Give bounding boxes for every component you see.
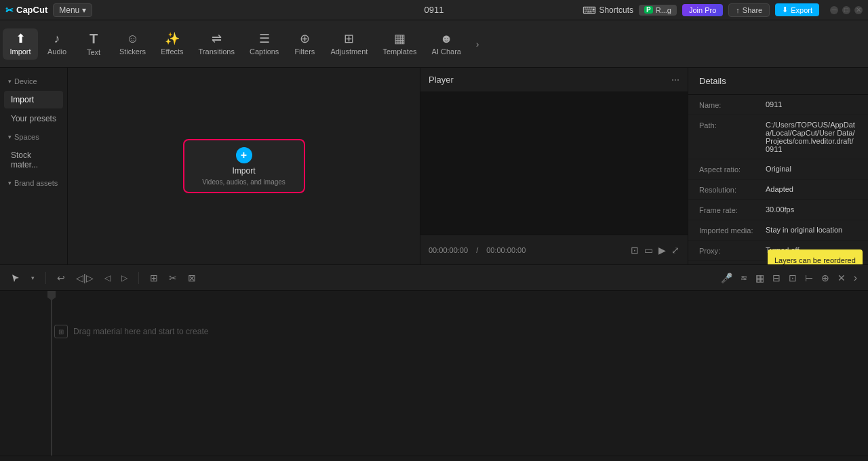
player-fullscreen-button[interactable]: ⊡ — [631, 245, 639, 256]
toolbar-item-adjustment[interactable]: ⊞ Adjustment — [323, 28, 374, 60]
shortcuts-label: Shortcuts — [599, 5, 633, 15]
tl-scissors-button[interactable]: ✂ — [166, 270, 180, 286]
toolbar-item-ai-chara[interactable]: ☻ AI Chara — [425, 28, 468, 60]
sidebar-item-stock[interactable]: Stock mater... — [4, 146, 63, 174]
menu-button[interactable]: Menu ▾ — [53, 3, 92, 17]
details-row-imported: Imported media: Stay in original locatio… — [688, 220, 868, 241]
tl-close-button[interactable]: ✕ — [835, 270, 848, 286]
toolbar-item-effects[interactable]: ✨ Effects — [154, 28, 190, 60]
sidebar-group-spaces[interactable]: ▾ Spaces — [4, 129, 63, 145]
timeline-content: ⊞ Drag material here and start to create — [0, 291, 868, 456]
sidebar-stock-label: Stock mater... — [11, 151, 56, 169]
share-label: Share — [743, 6, 762, 14]
templates-label: Templates — [382, 47, 416, 56]
close-button[interactable]: ✕ — [854, 6, 863, 14]
toolbar: ⬆ Import ♪ Audio T Text ☺ Stickers ✨ Eff… — [0, 20, 868, 68]
audio-icon: ♪ — [54, 33, 60, 45]
toolbar-more-button[interactable]: › — [469, 36, 486, 52]
keyboard-icon: ⌨ — [583, 5, 596, 16]
main-content: ▾ Device Import Your presets ▾ Spaces St… — [0, 68, 868, 264]
tl-cursor-dropdown[interactable]: ▾ — [28, 272, 37, 284]
tl-playhead — [51, 291, 52, 456]
player-play-button[interactable]: ▶ — [658, 245, 666, 256]
timeline-toolbar: ▾ ↩ ◁|▷ ◁ ▷ ⊞ ✂ ⊠ 🎤 ≋ ▦ ⊟ ⊡ ⊢ ⊕ ✕ › — [0, 265, 868, 291]
details-panel: Details Name: 0911 Path: C:/Users/TOPGUS… — [688, 68, 868, 264]
tl-link-button[interactable]: ⊟ — [770, 270, 783, 286]
ai-chara-label: AI Chara — [432, 47, 461, 56]
stickers-label: Stickers — [119, 47, 146, 56]
tl-undo-button[interactable]: ↩ — [54, 270, 68, 286]
toolbar-item-transitions[interactable]: ⇌ Transitions — [192, 28, 241, 60]
tl-grid-button[interactable]: ⊞ — [147, 270, 161, 286]
sidebar-item-presets[interactable]: Your presets — [4, 110, 63, 127]
details-key-name: Name: — [699, 100, 760, 109]
details-key-aspect: Aspect ratio: — [699, 165, 760, 174]
tl-sep-1 — [45, 272, 46, 284]
tl-split-button[interactable]: ◁|▷ — [73, 270, 96, 286]
sidebar-group-brand[interactable]: ▾ Brand assets — [4, 175, 63, 191]
details-key-path: Path: — [699, 121, 760, 129]
tl-pip-button[interactable]: ⊕ — [818, 270, 832, 286]
filters-icon: ⊕ — [300, 33, 310, 45]
toolbar-item-import[interactable]: ⬆ Import — [3, 28, 38, 60]
tl-delete-button[interactable]: ⊠ — [185, 270, 199, 286]
toolbar-item-stickers[interactable]: ☺ Stickers — [113, 28, 153, 60]
export-button[interactable]: ⬇ Export — [775, 3, 819, 16]
import-box-sublabel: Videos, audios, and images — [202, 178, 285, 186]
tl-sep-2 — [138, 272, 139, 284]
restore-button[interactable]: □ — [842, 6, 850, 14]
sidebar-item-import[interactable]: Import — [4, 91, 63, 108]
import-box[interactable]: + Import Videos, audios, and images — [183, 139, 305, 193]
toolbar-item-audio[interactable]: ♪ Audio — [39, 28, 75, 60]
details-value-name: 0911 — [766, 100, 857, 108]
captions-icon: ☰ — [259, 33, 270, 45]
toolbar-item-text[interactable]: T Text — [76, 28, 111, 60]
sidebar: ▾ Device Import Your presets ▾ Spaces St… — [0, 68, 68, 264]
adjustment-icon: ⊞ — [344, 33, 354, 45]
tl-trim-prev-button[interactable]: ◁ — [102, 270, 113, 285]
pro-username: R...g — [656, 6, 671, 14]
text-icon: T — [90, 32, 98, 45]
player-controls: 00:00:00:00 / 00:00:00:00 ⊡ ▭ ▶ ⤢ — [420, 235, 688, 264]
share-button[interactable]: ↑ Share — [728, 3, 770, 17]
sidebar-group-device[interactable]: ▾ Device — [4, 73, 63, 89]
player-aspect-button[interactable]: ▭ — [644, 245, 653, 256]
import-icon: ⬆ — [16, 33, 26, 45]
details-key-proxy: Proxy: — [699, 246, 760, 255]
toolbar-item-captions[interactable]: ☰ Captions — [243, 28, 285, 60]
player-expand-button[interactable]: ⤢ — [671, 245, 679, 256]
toolbar-item-templates[interactable]: ▦ Templates — [376, 28, 423, 60]
player-options-button[interactable]: ⋯ — [671, 75, 679, 85]
tl-expand-button[interactable]: › — [851, 269, 860, 287]
details-row-path: Path: C:/Users/TOPGUS/AppData/Local/CapC… — [688, 115, 868, 159]
details-value-imported: Stay in original location — [766, 226, 857, 234]
window-controls: ─ □ ✕ — [830, 6, 863, 14]
effects-icon: ✨ — [165, 33, 180, 45]
effects-label: Effects — [161, 47, 183, 56]
menu-chevron-icon: ▾ — [82, 5, 86, 15]
timeline-scrollbar[interactable] — [0, 456, 868, 461]
tl-mic-button[interactable]: 🎤 — [718, 270, 735, 286]
join-pro-button[interactable]: Join Pro — [682, 4, 723, 16]
details-row-resolution: Resolution: Adapted — [688, 180, 868, 200]
export-icon: ⬇ — [782, 5, 788, 14]
tl-center-button[interactable]: ⊢ — [802, 270, 816, 286]
tl-cursor-tool[interactable] — [8, 270, 23, 285]
capcut-icon: ✂ — [5, 5, 14, 16]
details-row-name: Name: 0911 — [688, 95, 868, 115]
pro-user-badge: P R...g — [639, 5, 677, 16]
templates-icon: ▦ — [394, 33, 406, 45]
details-value-framerate: 30.00fps — [766, 205, 857, 214]
tl-snap-button[interactable]: ▦ — [753, 270, 767, 286]
tl-trim-next-button[interactable]: ▷ — [119, 270, 130, 285]
player-time-total: 00:00:00:00 — [486, 246, 526, 254]
player-time-separator: / — [476, 246, 478, 254]
captions-label: Captions — [250, 47, 279, 56]
tl-magnet-button[interactable]: ≋ — [738, 270, 750, 285]
shortcuts-button[interactable]: ⌨ Shortcuts — [583, 5, 633, 16]
details-key-imported: Imported media: — [699, 226, 760, 235]
minimize-button[interactable]: ─ — [830, 6, 838, 14]
toolbar-item-filters[interactable]: ⊕ Filters — [287, 28, 322, 60]
player-panel: Player ⋯ 00:00:00:00 / 00:00:00:00 ⊡ ▭ ▶… — [420, 68, 688, 264]
tl-unlink-button[interactable]: ⊡ — [786, 270, 800, 286]
